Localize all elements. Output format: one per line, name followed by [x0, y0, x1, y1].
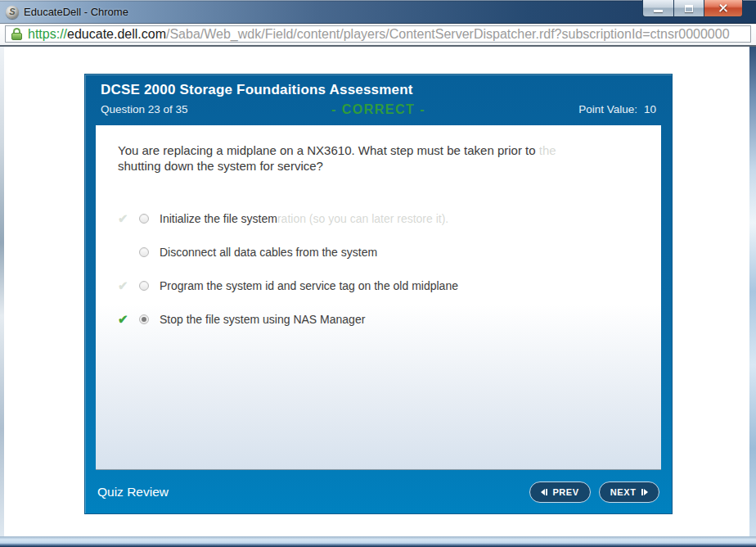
address-bar[interactable]: https://educate.dell.com/Saba/Web_wdk/Fi… — [5, 25, 751, 43]
check-icon: ✔ — [118, 279, 132, 292]
answer-status-badge: - CORRECT - — [85, 102, 672, 117]
question-text: You are replacing a midplane on a NX3610… — [118, 142, 637, 174]
check-icon-correct: ✔ — [118, 313, 132, 325]
skip-back-icon — [541, 489, 548, 495]
window-frame-right — [749, 47, 756, 536]
window-title: EducateDell - Chrome — [24, 6, 128, 18]
title-bar[interactable]: S EducateDell - Chrome — [0, 0, 756, 24]
minimize-button[interactable] — [642, 0, 674, 17]
address-bar-row: https://educate.dell.com/Saba/Web_wdk/Fi… — [0, 24, 756, 47]
quiz-footer: Quiz Review PREV NEXT — [85, 470, 672, 513]
prev-button[interactable]: PREV — [529, 481, 591, 503]
site-favicon-icon: S — [6, 6, 19, 19]
answer-option-3: ✔ Program the system id and service tag … — [96, 269, 661, 302]
page-background: DCSE 2000 Storage Foundaitions Assessmen… — [4, 47, 749, 536]
option-radio-3[interactable] — [139, 281, 149, 291]
quiz-review-link[interactable]: Quiz Review — [97, 485, 169, 500]
ghost-text: the — [539, 143, 556, 157]
url-path: /Saba/Web_wdk/Field/content/players/Cont… — [166, 27, 730, 42]
url-scheme: https:// — [28, 27, 67, 42]
minimize-icon — [654, 10, 663, 12]
answer-options: ✔ Initialize the file systemration (so y… — [96, 201, 661, 336]
quiz-title: DCSE 2000 Storage Foundaitions Assessmen… — [85, 75, 672, 101]
skip-forward-icon — [641, 489, 649, 495]
quiz-navigation: PREV NEXT — [529, 481, 659, 503]
close-button[interactable] — [704, 0, 743, 17]
answer-option-2: Disconnect all data cables from the syst… — [96, 235, 661, 269]
lock-icon[interactable] — [11, 28, 22, 40]
check-icon: ✔ — [118, 212, 132, 224]
option-radio-4[interactable] — [139, 314, 149, 324]
question-panel: You are replacing a midplane on a NX3610… — [96, 125, 661, 470]
option-radio-2[interactable] — [139, 247, 149, 257]
answer-option-4: ✔ Stop the file system using NAS Manager — [96, 302, 661, 336]
maximize-button[interactable] — [674, 0, 704, 17]
option-label-3: Program the system id and service tag on… — [160, 279, 458, 292]
browser-window: S EducateDell - Chrome https://educate.d… — [0, 0, 756, 547]
next-button[interactable]: NEXT — [599, 481, 659, 503]
window-controls — [642, 0, 743, 17]
quiz-subheader: Question 23 of 35 - CORRECT - Point Valu… — [85, 101, 672, 115]
quiz-card: DCSE 2000 Storage Foundaitions Assessmen… — [84, 74, 673, 514]
answer-option-1: ✔ Initialize the file systemration (so y… — [96, 201, 661, 235]
option-label-1: Initialize the file systemration (so you… — [160, 212, 448, 225]
option-label-4: Stop the file system using NAS Manager — [160, 313, 365, 326]
ghost-text: ration (so you can later restore it). — [277, 212, 448, 225]
option-label-2: Disconnect all data cables from the syst… — [160, 246, 377, 259]
window-frame-bottom — [0, 536, 756, 547]
maximize-icon — [685, 5, 693, 12]
url-domain: educate.dell.com — [67, 27, 166, 42]
option-radio-1[interactable] — [139, 214, 149, 224]
